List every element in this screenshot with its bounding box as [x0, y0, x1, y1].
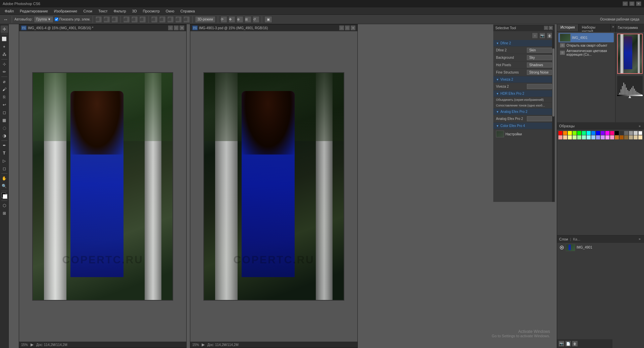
nik-hdr-row-0[interactable]: Объединить (серия изображений) — [493, 97, 555, 103]
swatch-white[interactable] — [638, 131, 642, 135]
history-item-1[interactable]: ⊙ Открыть как смарт-объект — [558, 42, 614, 48]
swatch-pale-lime[interactable] — [573, 135, 577, 139]
swatch-pale-azure[interactable] — [591, 135, 595, 139]
auto-select-dropdown[interactable]: Группа ▼ — [34, 16, 53, 23]
align-btn-3[interactable]: ⬛ — [111, 16, 118, 23]
menu-layers[interactable]: Слои — [81, 8, 95, 14]
align-btn-6[interactable]: ⬛ — [139, 16, 146, 23]
eyedropper-tool[interactable]: ✏ — [1, 68, 8, 76]
rotate-3d-btn[interactable]: ⟳ — [220, 16, 227, 23]
tab-layers[interactable]: Слои — [559, 237, 568, 241]
type-tool[interactable]: T — [1, 149, 8, 157]
swatch-azure[interactable] — [591, 131, 595, 135]
pan-3d-btn[interactable]: ✥ — [229, 16, 235, 23]
swatch-pale-blue[interactable] — [596, 135, 600, 139]
layers-expand-btn[interactable]: » — [637, 237, 642, 242]
distribute-btn-2[interactable]: ⬛ — [159, 16, 166, 23]
swatch-lime[interactable] — [573, 131, 577, 135]
move-tool[interactable]: ✢ — [1, 26, 8, 33]
nik-tool-camera[interactable]: 📷 — [539, 33, 545, 39]
swatch-lightgray[interactable] — [634, 131, 638, 135]
nik-section-hdr-header[interactable]: ▼ HDR Efex Pro 2 — [493, 90, 555, 97]
zoom-tool[interactable]: 🔍 — [1, 182, 8, 190]
swatch-sienna[interactable] — [624, 135, 628, 139]
close-button[interactable]: ✕ — [636, 1, 641, 6]
history-item-0[interactable]: IMG_4901 — [558, 33, 614, 42]
spot-heal-tool[interactable]: ⌀ — [1, 78, 8, 85]
align-btn-5[interactable]: ⬛ — [131, 16, 138, 23]
layer-item-0[interactable]: IMG_4901 — [557, 243, 644, 252]
nik-hdr-row-1[interactable]: Сопоставление тонов (одно изоб... — [493, 103, 555, 108]
swatch-cyan[interactable] — [587, 131, 591, 135]
minimize-button[interactable]: ─ — [623, 1, 628, 6]
align-btn-2[interactable]: ⬛ — [103, 16, 110, 23]
swatch-blue[interactable] — [596, 131, 600, 135]
foreground-color[interactable] — [1, 192, 8, 200]
nik-minimize-btn[interactable]: ─ — [544, 26, 548, 30]
swatch-magenta[interactable] — [605, 131, 609, 135]
lasso-tool[interactable]: ⌖ — [1, 43, 8, 50]
doc2-minimize[interactable]: ─ — [339, 26, 344, 30]
clone-tool[interactable]: ⎘ — [1, 93, 8, 101]
quick-mask-btn[interactable]: ⬡ — [1, 202, 8, 209]
swatch-orange[interactable] — [563, 131, 567, 135]
slide-3d-btn[interactable]: ⊕ — [237, 16, 243, 23]
scale-3d-btn[interactable]: ⊞ — [245, 16, 251, 23]
distribute-btn-5[interactable]: ⬛ — [183, 16, 190, 23]
arrange-btn[interactable]: ▣ — [264, 16, 272, 23]
eraser-tool[interactable]: ◻ — [1, 109, 8, 116]
doc2-close[interactable]: ✕ — [351, 26, 355, 30]
menu-view[interactable]: Просмотр — [140, 8, 162, 14]
swatch-pale-green[interactable] — [577, 135, 581, 139]
hand-tool[interactable]: ✋ — [1, 175, 8, 182]
swatch-lavender[interactable] — [601, 135, 605, 139]
swatch-pale-spring[interactable] — [582, 135, 586, 139]
nik-section-analog-header[interactable]: ▼ Analog Efex Pro 2 — [493, 108, 555, 115]
swatch-dark-brown[interactable] — [620, 135, 624, 139]
swatch-green[interactable] — [577, 131, 581, 135]
shape-tool[interactable]: ◻ — [1, 165, 8, 172]
doc1-arrow[interactable]: ▶ — [31, 342, 34, 347]
path-select-tool[interactable]: ▷ — [1, 157, 8, 165]
roll-3d-btn[interactable]: ↺ — [253, 16, 259, 23]
doc2-restore[interactable]: □ — [345, 26, 350, 30]
pen-tool[interactable]: ✒ — [1, 142, 8, 149]
swatch-tan[interactable] — [629, 135, 633, 139]
align-btn-4[interactable]: ⬛ — [123, 16, 130, 23]
nik-close-btn[interactable]: ✕ — [549, 26, 553, 30]
menu-3d[interactable]: 3D — [130, 8, 140, 14]
swatch-black[interactable] — [615, 131, 619, 135]
menu-window[interactable]: Окно — [163, 8, 177, 14]
tab-history[interactable]: История — [557, 24, 579, 31]
histogram-tab[interactable]: Гистограмма — [615, 24, 644, 31]
tab-brushes[interactable]: Наборы кистей — [579, 24, 611, 31]
tab-channels[interactable]: Ка... — [573, 237, 581, 241]
history-item-2[interactable]: ⊙ Автоматическая цветовая коррекция (Со.… — [558, 48, 614, 57]
swatch-brown[interactable] — [615, 135, 619, 139]
layer-visibility-0[interactable] — [559, 245, 564, 250]
menu-text[interactable]: Текст — [96, 8, 110, 14]
history-brush-tool[interactable]: ↩ — [1, 101, 8, 108]
blur-tool[interactable]: ◌ — [1, 124, 8, 132]
distribute-btn-3[interactable]: ⬛ — [167, 16, 174, 23]
histogram-slider[interactable] — [629, 95, 631, 98]
menu-file[interactable]: Файл — [2, 8, 16, 14]
tool-icon[interactable]: ↔ — [2, 16, 9, 23]
swatch-wheat[interactable] — [634, 135, 638, 139]
swatch-pink[interactable] — [558, 135, 562, 139]
marquee-tool[interactable]: ⬜ — [1, 35, 8, 43]
distribute-btn-1[interactable]: ⬛ — [151, 16, 158, 23]
menu-filter[interactable]: Фильтр — [111, 8, 129, 14]
swatch-pale-rose[interactable] — [610, 135, 614, 139]
quick-select-tool[interactable]: ⁂ — [1, 51, 8, 58]
menu-help[interactable]: Справка — [178, 8, 197, 14]
swatch-yellow[interactable] — [568, 131, 572, 135]
distribute-btn-4[interactable]: ⬛ — [175, 16, 182, 23]
align-btn-1[interactable]: ⬛ — [95, 16, 102, 23]
swatch-gray[interactable] — [629, 131, 633, 135]
panel-collapse-btn[interactable]: » — [611, 24, 615, 29]
swatch-violet[interactable] — [601, 131, 605, 135]
nik-section-viveza2-header[interactable]: ▼ Viveza 2 — [493, 76, 555, 83]
samples-expand-btn[interactable]: » — [637, 124, 642, 128]
brush-tool[interactable]: 🖌 — [1, 86, 8, 93]
